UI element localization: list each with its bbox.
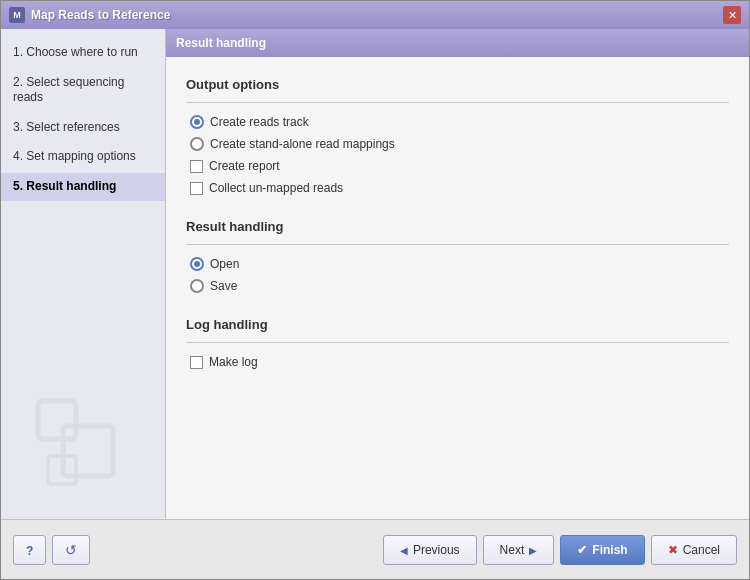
open-result-label: Open <box>210 257 239 271</box>
cancel-button[interactable]: Cancel <box>651 535 737 565</box>
sidebar-item-choose-where[interactable]: 1. Choose where to run <box>1 39 165 67</box>
sidebar-item-mapping-options[interactable]: 4. Set mapping options <box>1 143 165 171</box>
collect-unmapped-label: Collect un-mapped reads <box>209 181 343 195</box>
create-report-label: Create report <box>209 159 280 173</box>
reset-icon <box>65 542 77 558</box>
help-icon <box>26 542 33 558</box>
next-arrow-icon <box>529 543 537 557</box>
previous-button[interactable]: Previous <box>383 535 477 565</box>
collect-unmapped-option[interactable]: Collect un-mapped reads <box>190 181 729 195</box>
close-button[interactable]: ✕ <box>723 6 741 24</box>
collect-unmapped-checkbox[interactable] <box>190 182 203 195</box>
nav-buttons: Previous Next Finish Cancel <box>383 535 737 565</box>
sidebar: 1. Choose where to run 2. Select sequenc… <box>1 29 166 519</box>
next-button[interactable]: Next <box>483 535 555 565</box>
save-result-radio[interactable] <box>190 279 204 293</box>
make-log-option[interactable]: Make log <box>190 355 729 369</box>
save-result-option[interactable]: Save <box>190 279 729 293</box>
next-label: Next <box>500 543 525 557</box>
log-handling-divider <box>186 342 729 343</box>
make-log-checkbox[interactable] <box>190 356 203 369</box>
create-reads-track-option[interactable]: Create reads track <box>190 115 729 129</box>
previous-label: Previous <box>413 543 460 557</box>
log-handling-group: Make log <box>186 355 729 369</box>
svg-rect-0 <box>38 401 76 439</box>
create-reads-track-radio[interactable] <box>190 115 204 129</box>
output-options-divider <box>186 102 729 103</box>
main-content: 1. Choose where to run 2. Select sequenc… <box>1 29 749 519</box>
sidebar-watermark <box>33 396 133 499</box>
sidebar-item-select-reads[interactable]: 2. Select sequencing reads <box>1 69 165 112</box>
log-handling-title: Log handling <box>186 317 729 332</box>
open-result-option[interactable]: Open <box>190 257 729 271</box>
content-header: Result handling <box>166 29 749 57</box>
sidebar-item-result-handling[interactable]: 5. Result handling <box>1 173 165 201</box>
help-button[interactable] <box>13 535 46 565</box>
reset-button[interactable] <box>52 535 90 565</box>
app-icon: M <box>9 7 25 23</box>
cancel-x-icon <box>668 543 678 557</box>
finish-label: Finish <box>592 543 627 557</box>
result-handling-divider <box>186 244 729 245</box>
finish-button[interactable]: Finish <box>560 535 644 565</box>
output-options-group: Create reads track Create stand-alone re… <box>186 115 729 195</box>
content-area: Result handling Output options Create re… <box>166 29 749 519</box>
svg-rect-1 <box>63 426 113 476</box>
result-handling-section: Result handling Open Save <box>186 219 729 293</box>
create-report-checkbox[interactable] <box>190 160 203 173</box>
window-title: Map Reads to Reference <box>31 8 717 22</box>
create-standalone-option[interactable]: Create stand-alone read mappings <box>190 137 729 151</box>
create-report-option[interactable]: Create report <box>190 159 729 173</box>
finish-check-icon <box>577 543 587 557</box>
create-standalone-radio[interactable] <box>190 137 204 151</box>
open-result-radio[interactable] <box>190 257 204 271</box>
create-reads-track-label: Create reads track <box>210 115 309 129</box>
cancel-label: Cancel <box>683 543 720 557</box>
content-header-text: Result handling <box>176 36 266 50</box>
save-result-label: Save <box>210 279 237 293</box>
create-standalone-label: Create stand-alone read mappings <box>210 137 395 151</box>
main-window: M Map Reads to Reference ✕ 1. Choose whe… <box>0 0 750 580</box>
log-handling-section: Log handling Make log <box>186 317 729 369</box>
result-handling-title: Result handling <box>186 219 729 234</box>
output-options-section: Output options Create reads track Create… <box>186 77 729 195</box>
content-body: Output options Create reads track Create… <box>166 57 749 519</box>
previous-arrow-icon <box>400 543 408 557</box>
output-options-title: Output options <box>186 77 729 92</box>
sidebar-item-select-refs[interactable]: 3. Select references <box>1 114 165 142</box>
title-bar: M Map Reads to Reference ✕ <box>1 1 749 29</box>
footer-left-buttons <box>13 535 383 565</box>
make-log-label: Make log <box>209 355 258 369</box>
result-handling-group: Open Save <box>186 257 729 293</box>
footer: Previous Next Finish Cancel <box>1 519 749 579</box>
